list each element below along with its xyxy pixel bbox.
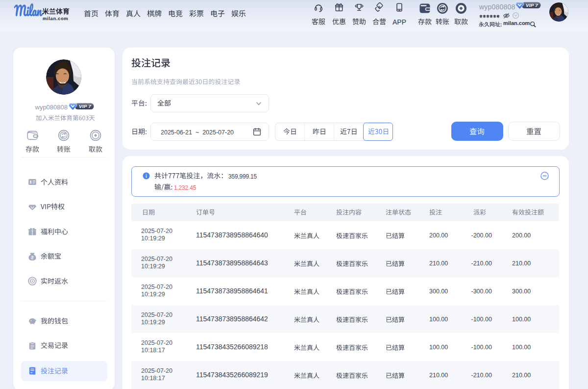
svg-text:VIP 7: VIP 7 — [79, 104, 91, 109]
svg-text:VIP 7: VIP 7 — [526, 2, 538, 8]
